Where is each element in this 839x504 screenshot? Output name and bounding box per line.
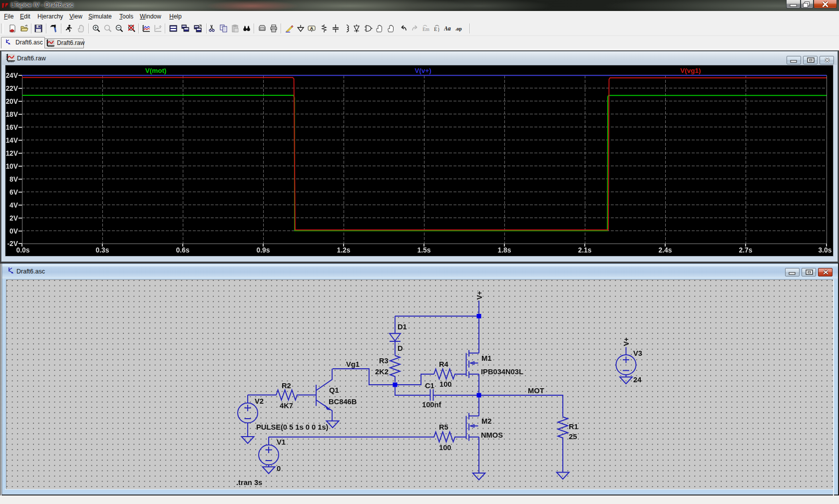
svg-text:NMOS: NMOS — [481, 431, 503, 439]
svg-text:24: 24 — [633, 376, 642, 384]
svg-text:6V: 6V — [9, 189, 18, 196]
svg-text:0.9s: 0.9s — [257, 247, 270, 254]
svg-text:1.2s: 1.2s — [337, 247, 351, 254]
svg-text:V2: V2 — [255, 397, 264, 405]
svg-text:V+: V+ — [622, 337, 630, 346]
svg-text:BC846B: BC846B — [329, 398, 357, 406]
svg-text:V3: V3 — [633, 349, 642, 357]
svg-text:2.1s: 2.1s — [578, 247, 592, 254]
svg-text:0.3s: 0.3s — [96, 247, 109, 254]
svg-text:.tran 3s: .tran 3s — [236, 479, 262, 487]
svg-text:8V: 8V — [9, 176, 18, 183]
svg-text:2.4s: 2.4s — [659, 247, 672, 254]
svg-text:0V: 0V — [9, 228, 18, 235]
svg-text:12V: 12V — [5, 150, 18, 157]
svg-text:14V: 14V — [5, 137, 18, 144]
svg-text:4K7: 4K7 — [280, 402, 293, 410]
svg-text:100: 100 — [439, 380, 452, 388]
svg-text:R3: R3 — [379, 357, 389, 365]
svg-text:V(mot): V(mot) — [145, 67, 167, 74]
svg-text:V(vg1): V(vg1) — [680, 67, 701, 74]
svg-text:24V: 24V — [5, 72, 18, 79]
svg-text:1.5s: 1.5s — [418, 247, 431, 254]
svg-text:C1: C1 — [425, 382, 434, 390]
svg-text:20V: 20V — [5, 98, 18, 105]
svg-text:0.6s: 0.6s — [176, 247, 190, 254]
svg-text:Vg1: Vg1 — [346, 360, 360, 368]
svg-text:18V: 18V — [5, 111, 18, 118]
svg-text:16V: 16V — [5, 124, 18, 131]
svg-text:Q1: Q1 — [329, 386, 339, 394]
svg-text:MOT: MOT — [528, 387, 544, 395]
svg-text:25: 25 — [569, 433, 577, 441]
svg-text:0: 0 — [277, 465, 281, 473]
svg-text:R2: R2 — [282, 382, 291, 390]
svg-text:M2: M2 — [481, 417, 491, 425]
svg-text:R1: R1 — [569, 423, 578, 431]
svg-text:D1: D1 — [398, 323, 407, 331]
svg-text:2.7s: 2.7s — [739, 247, 753, 254]
svg-text:2K2: 2K2 — [375, 368, 389, 376]
svg-text:A: A — [310, 26, 314, 31]
svg-text:}: } — [437, 26, 440, 32]
svg-text:D: D — [398, 344, 403, 352]
svg-text:IPB034N03L: IPB034N03L — [481, 368, 523, 376]
svg-text:R4: R4 — [439, 360, 449, 368]
svg-text:22V: 22V — [5, 85, 18, 92]
svg-text:.op: .op — [455, 26, 462, 31]
svg-text:4V: 4V — [9, 202, 18, 209]
svg-text:1.8s: 1.8s — [498, 247, 511, 254]
svg-text:V+: V+ — [475, 291, 483, 300]
svg-text:2V: 2V — [9, 215, 18, 222]
svg-text:V(v+): V(v+) — [415, 67, 431, 74]
svg-text:R5: R5 — [439, 423, 448, 431]
svg-text:Em: Em — [422, 26, 429, 32]
svg-text:PULSE(0 5 1s 0 0 1s): PULSE(0 5 1s 0 0 1s) — [256, 423, 329, 431]
svg-text:100nf: 100nf — [422, 401, 441, 409]
svg-text:0.0s: 0.0s — [16, 247, 30, 254]
svg-text:3.0s: 3.0s — [819, 247, 832, 254]
svg-text:M1: M1 — [481, 354, 491, 362]
svg-text:V1: V1 — [277, 438, 286, 446]
svg-text:10V: 10V — [5, 163, 18, 170]
svg-text:100: 100 — [439, 444, 451, 452]
svg-text:Aa: Aa — [444, 25, 451, 31]
